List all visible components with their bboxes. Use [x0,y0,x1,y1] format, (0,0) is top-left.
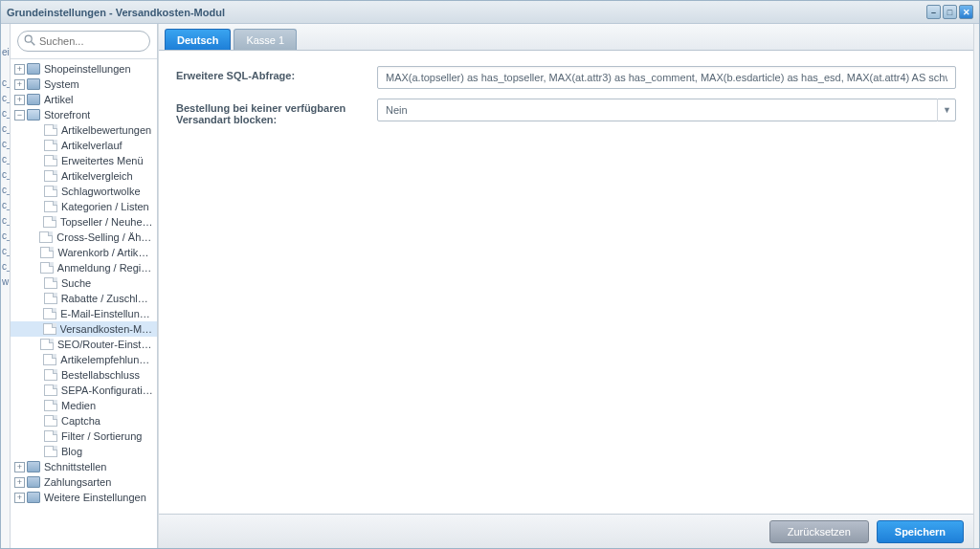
main-panel: DeutschKasse 1 Erweitere SQL-Abfrage: Be… [158,24,973,548]
tree-item-label: Artikel [44,94,74,105]
window-maximize-button[interactable]: □ [943,5,957,19]
window-title: Grundeinstellungen - Versandkosten-Modul [7,7,225,18]
expand-icon[interactable]: + [14,462,25,472]
tree-item-label: Schnittstellen [44,461,106,472]
folder-icon [27,78,40,90]
tree-item[interactable]: +System [11,77,157,92]
page-icon [43,216,56,228]
tree-item-label: Artikelverlauf [61,140,122,151]
tree-item[interactable]: Suche [11,275,157,291]
tree-item[interactable]: +Shopeinstellungen [11,61,157,77]
search-icon [23,33,36,47]
block-select[interactable]: Nein ▼ [377,99,956,121]
tree-item-label: Kategorien / Listen [61,201,149,212]
tab-deutsch[interactable]: Deutsch [165,29,231,50]
expand-icon[interactable]: + [14,95,25,105]
page-icon [44,415,57,427]
expand-icon[interactable]: + [14,79,25,90]
background-gutter: eitc_c_c_c_c_c_c_c_c_c_c_c_c_w [1,24,11,548]
page-icon [44,369,57,381]
tree-item[interactable]: +Zahlungsarten [11,474,157,490]
page-icon [44,400,57,411]
tree-item[interactable]: Anmeldung / Registrierung [11,260,157,275]
tree-item-label: Anmeldung / Registrierung [57,262,153,274]
tree-item[interactable]: E-Mail-Einstellungen [11,306,157,321]
page-icon [43,354,56,365]
sql-input[interactable] [377,66,956,89]
form-row-block: Bestellung bei keiner verfügbaren Versan… [176,99,956,125]
expand-icon[interactable]: + [14,493,25,503]
expand-icon[interactable]: + [14,64,25,75]
tree-item[interactable]: Topseller / Neuheiten [11,214,157,230]
bottom-toolbar: Zurücksetzen Speichern [159,514,973,548]
language-tabstrip: DeutschKasse 1 [159,24,973,51]
tree-item[interactable]: Artikelverlauf [11,138,157,153]
settings-tree: +Shopeinstellungen+System+Artikel−Storef… [11,59,157,548]
page-icon [44,170,57,182]
page-icon [40,339,54,350]
svg-line-1 [32,42,35,46]
tree-item[interactable]: Filter / Sortierung [11,428,157,444]
folder-icon [27,94,40,105]
block-select-value: Nein [377,99,956,121]
page-icon [44,446,57,457]
tree-item[interactable]: Kategorien / Listen [11,199,157,214]
page-icon [44,124,57,136]
tree-item[interactable]: +Schnittstellen [11,459,157,474]
tree-item[interactable]: −Storefront [11,107,157,122]
collapse-icon[interactable]: − [14,110,25,121]
page-icon [40,247,54,258]
tree-item[interactable]: Artikelbewertungen [11,122,157,138]
form-area: Erweitere SQL-Abfrage: Bestellung bei ke… [159,51,973,514]
window-close-button[interactable]: ✕ [959,5,973,19]
tree-item[interactable]: SEPA-Konfiguration [11,383,157,398]
save-button[interactable]: Speichern [877,520,964,543]
form-row-sql: Erweitere SQL-Abfrage: [176,66,956,89]
chevron-down-icon: ▼ [937,99,956,121]
tree-item[interactable]: Medien [11,398,157,413]
page-icon [39,231,53,243]
sql-label: Erweitere SQL-Abfrage: [176,66,377,81]
tree-item-label: Schlagwortwolke [61,186,141,197]
tree-item[interactable]: Bestellabschluss [11,367,157,383]
tree-item[interactable]: Warenkorb / Artikeldetails [11,245,157,260]
tree-item-label: E-Mail-Einstellungen [60,308,153,319]
tree-item-label: Blog [61,446,82,457]
reset-button[interactable]: Zurücksetzen [769,520,869,543]
sidebar: +Shopeinstellungen+System+Artikel−Storef… [11,24,158,548]
page-icon [44,186,57,197]
block-label: Bestellung bei keiner verfügbaren Versan… [176,99,377,125]
tree-item[interactable]: Cross-Selling / Ähnliche Art. [11,230,157,245]
expand-icon[interactable]: + [14,477,25,488]
tree-item[interactable]: Captcha [11,413,157,428]
tree-item-label: Shopeinstellungen [44,63,131,75]
tree-item[interactable]: +Weitere Einstellungen [11,490,157,505]
settings-window: Grundeinstellungen - Versandkosten-Modul… [0,0,980,549]
tree-item-label: Filter / Sortierung [61,430,142,442]
search-input[interactable] [17,31,150,52]
page-icon [44,277,57,289]
page-icon [44,155,57,166]
folder-icon [27,492,40,503]
tree-item[interactable]: Blog [11,444,157,459]
tree-item[interactable]: +Artikel [11,92,157,107]
tab-kasse-1[interactable]: Kasse 1 [234,29,297,50]
tree-item[interactable]: Erweitertes Menü [11,153,157,168]
tree-item-label: Medien [61,400,96,411]
tree-item-label: Captcha [61,415,100,427]
tree-item-label: Rabatte / Zuschläge [61,293,153,304]
tree-item-label: Topseller / Neuheiten [60,216,153,228]
page-icon [43,323,56,335]
tree-item-label: Artikelbewertungen [61,124,151,136]
page-icon [44,293,57,304]
tree-item-label: SEO/Router-Einstellungen [57,339,153,350]
window-minimize-button[interactable]: – [926,5,941,19]
folder-icon [27,476,40,488]
tree-item[interactable]: Schlagwortwolke [11,184,157,199]
tree-item-label: Zahlungsarten [44,476,111,488]
tree-item[interactable]: Artikelvergleich [11,168,157,184]
tree-item[interactable]: Artikelempfehlungen [11,352,157,367]
tree-item[interactable]: Versandkosten-Modul [11,321,157,337]
tree-item[interactable]: SEO/Router-Einstellungen [11,337,157,352]
tree-item[interactable]: Rabatte / Zuschläge [11,291,157,306]
